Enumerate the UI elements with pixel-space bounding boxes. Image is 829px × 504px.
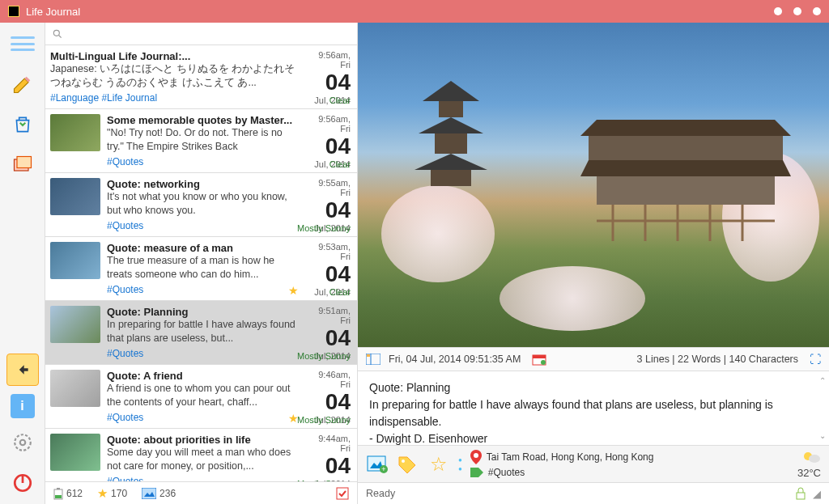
entry-tags[interactable]: #Quotes bbox=[107, 220, 300, 231]
entry-body-title: Quote: Planning bbox=[369, 379, 818, 396]
calendar-icon[interactable] bbox=[532, 353, 546, 366]
svg-rect-10 bbox=[57, 488, 60, 489]
search-icon bbox=[52, 28, 63, 40]
svg-marker-16 bbox=[419, 117, 483, 133]
entry-tags[interactable]: #Quotes bbox=[107, 156, 300, 167]
entry-thumb bbox=[50, 178, 100, 215]
checkbox-icon[interactable] bbox=[336, 487, 349, 500]
stat-entries: 612 bbox=[53, 487, 83, 500]
svg-rect-34 bbox=[533, 355, 546, 358]
sidebar: i bbox=[0, 23, 45, 504]
hero-image[interactable] bbox=[358, 23, 829, 347]
trash-button[interactable] bbox=[6, 108, 39, 141]
entry-item[interactable]: Quote: measure of a man The true measure… bbox=[45, 237, 357, 301]
trash-icon bbox=[12, 114, 33, 135]
svg-rect-15 bbox=[439, 101, 463, 117]
titlebar: Life Journal bbox=[0, 0, 829, 23]
maximize-button[interactable] bbox=[793, 7, 801, 15]
app-title: Life Journal bbox=[26, 6, 774, 18]
entry-item[interactable]: Some memorable quotes by Master... "No! … bbox=[45, 109, 357, 173]
entry-thumb bbox=[50, 434, 100, 471]
detail-datetime: Fri, 04 Jul, 2014 09:51:35 AM bbox=[389, 354, 521, 365]
entry-thumb bbox=[50, 370, 100, 407]
entry-item[interactable]: Multi-Lingual Life Journal:... Japanese:… bbox=[45, 45, 357, 109]
entry-thumb bbox=[50, 114, 100, 151]
entry-tags[interactable]: #Language #Life Journal bbox=[50, 92, 300, 104]
entry-day: 04 bbox=[307, 199, 351, 222]
entry-time: 9:55am, Fri bbox=[307, 178, 351, 197]
arrow-left-icon bbox=[15, 362, 31, 378]
svg-marker-18 bbox=[414, 154, 487, 170]
collapse-button[interactable] bbox=[6, 354, 39, 386]
entry-item[interactable]: Quote: A friend A friend is one to whom … bbox=[45, 365, 357, 429]
search-input[interactable] bbox=[68, 28, 351, 40]
add-photo-button[interactable]: + bbox=[366, 453, 389, 476]
svg-point-43 bbox=[809, 455, 820, 463]
entry-tags[interactable]: #Quotes bbox=[107, 412, 300, 423]
entry-item[interactable]: Quote: Planning In preparing for battle … bbox=[45, 301, 357, 365]
entry-time: 9:56am, Fri bbox=[307, 50, 351, 70]
svg-rect-17 bbox=[435, 133, 467, 154]
new-entry-button[interactable] bbox=[6, 68, 39, 100]
entry-body[interactable]: Quote: Planning In preparing for battle … bbox=[358, 371, 829, 446]
power-icon bbox=[12, 472, 33, 493]
svg-line-7 bbox=[59, 35, 62, 37]
entry-time: 9:56am, Fri bbox=[307, 114, 351, 133]
entry-thumb bbox=[50, 306, 100, 343]
close-button[interactable] bbox=[813, 7, 821, 15]
entry-time: 9:53am, Fri bbox=[307, 242, 351, 261]
entry-tags[interactable]: #Quotes bbox=[107, 284, 300, 295]
minimize-button[interactable] bbox=[774, 7, 782, 15]
pencil-icon bbox=[11, 73, 34, 95]
entry-title: Quote: measure of a man bbox=[107, 242, 300, 254]
tag-small-icon bbox=[470, 468, 483, 477]
info-icon: i bbox=[20, 399, 23, 413]
app-icon bbox=[8, 6, 19, 17]
gear-icon bbox=[12, 432, 33, 453]
stats-row: 612 ★ 170 236 bbox=[45, 481, 357, 504]
entry-day: 04 bbox=[307, 391, 351, 413]
resize-grip[interactable]: ◢ bbox=[813, 488, 821, 500]
location-row[interactable]: Tai Tam Road, Hong Kong, Hong Kong bbox=[470, 450, 789, 464]
entry-excerpt: In preparing for battle I have always fo… bbox=[107, 318, 300, 345]
entry-day: 04 bbox=[307, 135, 351, 158]
entry-weather: Clear bbox=[329, 159, 351, 169]
info-button[interactable]: i bbox=[11, 394, 35, 418]
weather-icon bbox=[801, 450, 821, 464]
svg-point-40 bbox=[402, 460, 405, 463]
entry-item[interactable]: Quote: about priorities in life Some day… bbox=[45, 429, 357, 481]
star-icon: ★ bbox=[288, 284, 299, 297]
meta-bar: Fri, 04 Jul, 2014 09:51:35 AM 3 Lines | … bbox=[358, 347, 829, 371]
entry-time: 9:46am, Fri bbox=[307, 370, 351, 389]
lock-icon[interactable] bbox=[795, 487, 806, 500]
settings-button[interactable] bbox=[6, 426, 39, 459]
entry-title: Some memorable quotes by Master... bbox=[107, 114, 300, 126]
layout-icon[interactable] bbox=[366, 354, 380, 365]
entry-tags[interactable]: #Quotes bbox=[107, 476, 300, 481]
tags-row[interactable]: #Quotes bbox=[470, 467, 789, 478]
svg-text:+: + bbox=[381, 465, 385, 473]
entry-tags[interactable]: #Quotes bbox=[107, 348, 300, 359]
scroll-indicator[interactable]: ⌃⌄ bbox=[819, 375, 826, 442]
pin-icon bbox=[470, 450, 482, 464]
tag-button[interactable] bbox=[397, 453, 419, 476]
entry-body-author: - Dwight D. Eisenhower bbox=[369, 430, 818, 446]
fullscreen-button[interactable]: ⛶ bbox=[810, 353, 821, 366]
power-button[interactable] bbox=[6, 467, 39, 499]
entries-scroll[interactable]: Multi-Lingual Life Journal:... Japanese:… bbox=[45, 45, 357, 481]
entry-excerpt: "No! Try not! Do. Or do not. There is no… bbox=[107, 126, 300, 154]
star-button[interactable]: ☆ bbox=[427, 453, 450, 476]
menu-button[interactable] bbox=[6, 28, 39, 60]
entry-time: 9:44am, Fri bbox=[307, 434, 351, 453]
svg-point-3 bbox=[19, 440, 25, 446]
battery-icon bbox=[53, 487, 63, 500]
entry-title: Quote: networking bbox=[107, 178, 300, 190]
entry-excerpt: The true measure of a man is how he trea… bbox=[107, 254, 300, 282]
svg-rect-19 bbox=[431, 170, 471, 186]
entry-item[interactable]: Quote: networking It's not what you know… bbox=[45, 173, 357, 237]
entry-title: Quote: A friend bbox=[107, 370, 300, 382]
photos-button[interactable] bbox=[6, 149, 39, 181]
svg-marker-20 bbox=[580, 120, 791, 136]
search-row bbox=[45, 23, 357, 45]
entry-weather: Clear bbox=[329, 287, 351, 297]
